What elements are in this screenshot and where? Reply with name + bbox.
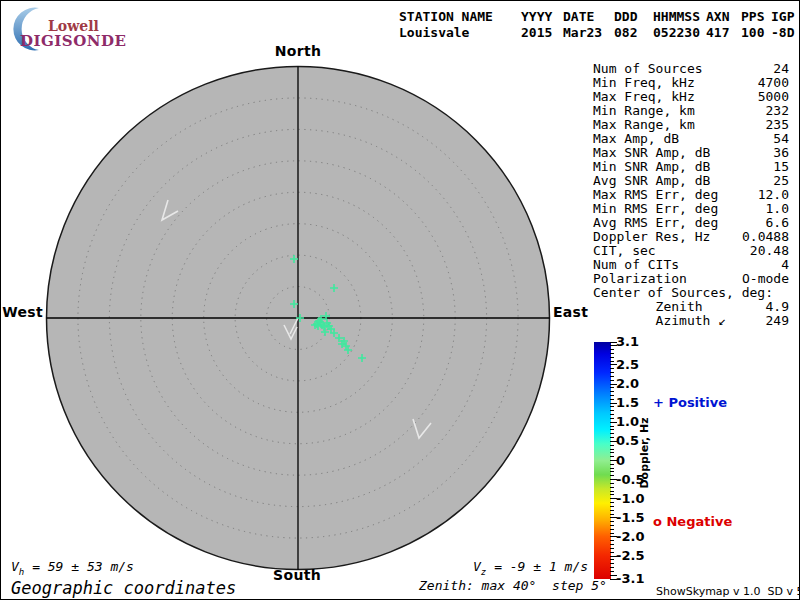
colorbar-minor-tick — [610, 468, 614, 469]
colorbar-tick-label: -1.0 — [616, 491, 656, 506]
colorbar-minor-tick — [610, 353, 614, 354]
colorbar-tick-label: -2.5 — [616, 548, 656, 563]
stats-row: Max Range, km235 — [593, 118, 789, 132]
colorbar-minor-tick — [610, 368, 614, 369]
colorbar-tick-label: -3.1 — [616, 571, 656, 586]
stats-value: 6.6 — [766, 216, 789, 230]
stats-panel: Num of Sources24Min Freq, kHz4700Max Fre… — [593, 62, 789, 328]
stats-row: Min Freq, kHz4700 — [593, 76, 789, 90]
colorbar-minor-tick — [610, 399, 614, 400]
colorbar-minor-tick — [610, 414, 614, 415]
compass-label-south: South — [273, 567, 321, 583]
legend-negative: o Negative — [653, 514, 732, 529]
colorbar-minor-tick — [610, 429, 614, 430]
vh-var: V — [11, 559, 19, 574]
colorbar-minor-tick — [610, 357, 614, 358]
stats-row: Avg SNR Amp, dB25 — [593, 174, 789, 188]
colorbar-minor-tick — [610, 395, 614, 396]
colorbar-tick-label: 1.5 — [616, 395, 656, 410]
colorbar-minor-tick — [610, 525, 614, 526]
stats-value: 4 — [781, 258, 789, 272]
colorbar-minor-tick — [610, 475, 614, 476]
stats-label: Num of Sources — [593, 62, 703, 76]
stats-row: Max RMS Err, deg12.0 — [593, 188, 789, 202]
colorbar-minor-tick — [610, 433, 614, 434]
stats-row: Num of Sources24 — [593, 62, 789, 76]
colorbar-minor-tick — [610, 426, 614, 427]
stats-row: Min RMS Err, deg1.0 — [593, 202, 789, 216]
colorbar-minor-tick — [610, 552, 614, 553]
colorbar-minor-tick — [610, 540, 614, 541]
vh-value: = 59 ± 53 m/s — [24, 559, 134, 574]
stats-value: 20.48 — [750, 244, 789, 258]
stats-value: 249 — [766, 314, 789, 328]
stats-value: 0.0488 — [742, 230, 789, 244]
stats-label: Min Freq, kHz — [593, 76, 695, 90]
colorbar-tick-label: 2.5 — [616, 357, 656, 372]
colorbar-minor-tick — [610, 521, 614, 522]
stats-label: Max Amp, dB — [593, 132, 679, 146]
stats-label: Min RMS Err, deg — [593, 202, 718, 216]
colorbar-tick-label: 3.1 — [616, 334, 656, 349]
colorbar-minor-tick — [610, 456, 614, 457]
colorbar-minor-tick — [610, 514, 614, 515]
colorbar-tick-label: -2.0 — [616, 529, 656, 544]
stats-value: 54 — [773, 132, 789, 146]
showskymap-window: Lowell DIGISONDE STATION NAMELouisvaleYY… — [0, 0, 800, 600]
colorbar-minor-tick — [610, 483, 614, 484]
colorbar-minor-tick — [610, 502, 614, 503]
stats-row: Zenith4.9 — [593, 300, 789, 314]
version-credit: ShowSkymap v 1.0 SD v 5.1 — [656, 585, 800, 598]
stats-value: 4.9 — [766, 300, 789, 314]
stats-value: 15 — [773, 160, 789, 174]
stats-label: Azimuth ↙ — [593, 314, 726, 328]
colorbar-minor-tick — [610, 406, 614, 407]
colorbar-minor-tick — [610, 418, 614, 419]
zenith-range-note: Zenith: max 40° step 5° — [419, 578, 607, 593]
colorbar-minor-tick — [610, 372, 614, 373]
colorbar-minor-tick — [610, 361, 614, 362]
stats-value: 5000 — [758, 90, 789, 104]
compass-label-north: North — [275, 43, 321, 59]
colorbar-minor-tick — [610, 449, 614, 450]
colorbar-minor-tick — [610, 559, 614, 560]
colorbar-minor-tick — [610, 563, 614, 564]
colorbar-minor-tick — [610, 437, 614, 438]
stats-value: 1.0 — [766, 202, 789, 216]
stats-row: Num of CITs4 — [593, 258, 789, 272]
colorbar-tick-label: -1.5 — [616, 510, 656, 525]
stats-label: Max Freq, kHz — [593, 90, 695, 104]
stats-row: PolarizationO-mode — [593, 272, 789, 286]
colorbar-minor-tick — [610, 471, 614, 472]
colorbar-tick-label: 0 — [616, 453, 656, 468]
colorbar-minor-tick — [610, 533, 614, 534]
stats-label: Polarization — [593, 272, 687, 286]
stats-label: Max Range, km — [593, 118, 695, 132]
stats-label: Max RMS Err, deg — [593, 188, 718, 202]
colorbar-minor-tick — [610, 491, 614, 492]
stats-row: CIT, sec20.48 — [593, 244, 789, 258]
stats-label: Num of CITs — [593, 258, 679, 272]
colorbar-minor-tick — [610, 487, 614, 488]
stats-label: Center of Sources, deg: — [593, 286, 773, 300]
colorbar-minor-tick — [610, 494, 614, 495]
colorbar-minor-tick — [610, 464, 614, 465]
compass-label-east: East — [553, 304, 588, 320]
colorbar-minor-tick — [610, 529, 614, 530]
stats-value: 36 — [773, 146, 789, 160]
stats-label: Doppler Res, Hz — [593, 230, 710, 244]
colorbar-minor-tick — [610, 571, 614, 572]
stats-row: Max Amp, dB54 — [593, 132, 789, 146]
vz-readout: Vz = -9 ± 1 m/s — [473, 559, 588, 577]
colorbar-minor-tick — [610, 445, 614, 446]
colorbar-minor-tick — [610, 410, 614, 411]
colorbar-minor-tick — [610, 452, 614, 453]
colorbar-minor-tick — [610, 380, 614, 381]
stats-row: Max SNR Amp, dB36 — [593, 146, 789, 160]
colorbar-minor-tick — [610, 349, 614, 350]
colorbar-minor-tick — [610, 506, 614, 507]
stats-value: 235 — [766, 118, 789, 132]
stats-row: Azimuth ↙249 — [593, 314, 789, 328]
stats-label: Min SNR Amp, dB — [593, 160, 710, 174]
legend-positive: + Positive — [653, 395, 727, 410]
